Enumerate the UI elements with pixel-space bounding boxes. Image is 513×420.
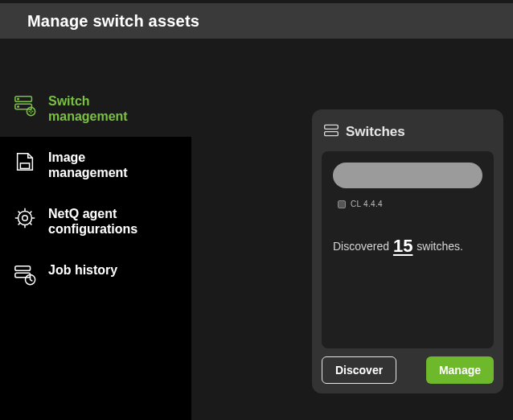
svg-point-3 xyxy=(18,106,19,108)
sidebar-item-switch-management[interactable]: Switchmanagement xyxy=(0,80,191,137)
sidebar-top-gap xyxy=(0,39,191,80)
card-actions: Discover Manage xyxy=(322,356,494,384)
card-body: CL 4.4.4 Discovered 15 switches. xyxy=(322,151,494,348)
discovered-prefix: Discovered xyxy=(333,240,392,253)
version-label: CL 4.4.4 xyxy=(351,200,383,208)
titlebar: Manage switch assets xyxy=(0,0,513,39)
sidebar-item-image-management[interactable]: Imagemanagement xyxy=(0,137,191,193)
switch-stack-icon xyxy=(13,93,37,117)
main-layout: Switchmanagement Imagemanagement xyxy=(0,39,513,420)
switches-card: Switches CL 4.4.4 Discovered 15 switches… xyxy=(312,109,503,393)
discovered-count[interactable]: 15 xyxy=(392,236,413,256)
svg-rect-8 xyxy=(15,266,31,271)
manage-button[interactable]: Manage xyxy=(426,356,494,384)
sidebar-item-label: NetQ agentconfigurations xyxy=(48,206,137,237)
sidebar-item-label: Job history xyxy=(48,262,117,278)
svg-rect-5 xyxy=(20,163,29,169)
discover-button[interactable]: Discover xyxy=(322,356,396,384)
checkbox-icon[interactable] xyxy=(338,200,346,208)
svg-rect-12 xyxy=(325,132,339,136)
image-disk-icon xyxy=(13,150,37,174)
sidebar-item-label: Imagemanagement xyxy=(48,150,128,180)
discovered-text: Discovered 15 switches. xyxy=(333,236,482,257)
svg-point-2 xyxy=(18,98,19,100)
sidebar-item-label: Switchmanagement xyxy=(48,93,128,124)
svg-point-7 xyxy=(23,216,28,221)
sidebar: Switchmanagement Imagemanagement xyxy=(0,39,191,420)
job-history-icon xyxy=(13,262,37,286)
card-title: Switches xyxy=(346,124,405,140)
svg-rect-11 xyxy=(325,125,339,129)
discovered-suffix: switches. xyxy=(413,240,462,253)
card-header: Switches xyxy=(322,121,494,151)
page-title: Manage switch assets xyxy=(27,12,199,31)
version-checkbox-row[interactable]: CL 4.4.4 xyxy=(338,200,482,208)
gear-agent-icon xyxy=(13,206,37,230)
sidebar-item-job-history[interactable]: Job history xyxy=(0,249,191,299)
switches-icon xyxy=(323,122,339,142)
content-area: Switches CL 4.4.4 Discovered 15 switches… xyxy=(191,39,513,420)
sidebar-item-netq-agent-configurations[interactable]: NetQ agentconfigurations xyxy=(0,193,191,249)
filter-pill[interactable] xyxy=(333,163,482,188)
sidebar-nav: Switchmanagement Imagemanagement xyxy=(0,80,191,299)
